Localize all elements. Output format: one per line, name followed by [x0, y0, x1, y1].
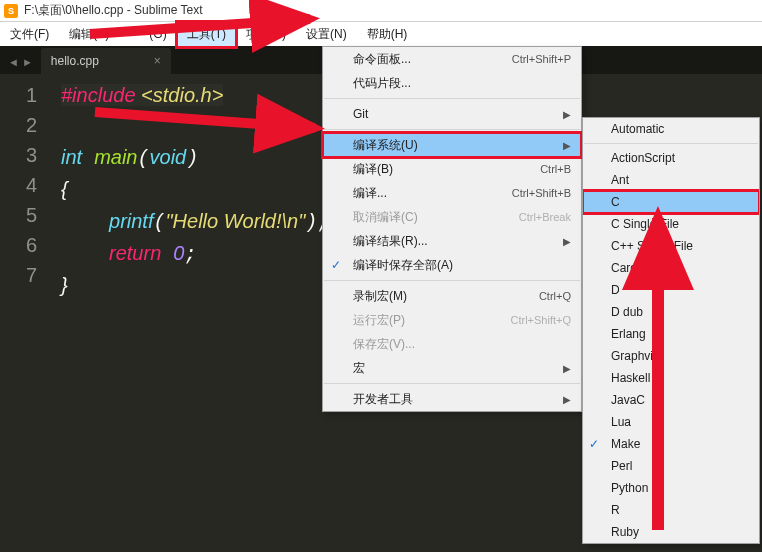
menu-item-label: 录制宏(M) — [353, 288, 407, 305]
app-logo-icon: S — [4, 4, 18, 18]
menu-item[interactable]: 代码片段... — [323, 71, 581, 95]
menu-item-label: 取消编译(C) — [353, 209, 418, 226]
menu-item[interactable]: 编译系统(U)▶ — [323, 133, 581, 157]
menu-item-label: 编译系统(U) — [353, 137, 418, 154]
submenu-item-label: Lua — [611, 415, 631, 429]
annotation-arrow-icon — [640, 210, 680, 544]
menu-item-label: Git — [353, 107, 368, 121]
tab-nav-arrows[interactable]: ◄ ► — [0, 56, 41, 74]
chevron-right-icon: ▶ — [563, 109, 571, 120]
line-number: 2 — [0, 110, 37, 140]
menu-item[interactable]: 文件(F) — [0, 22, 59, 47]
menu-item[interactable]: ✓编译时保存全部(A) — [323, 253, 581, 277]
menu-shortcut: Ctrl+B — [540, 163, 571, 175]
code-token: printf — [109, 210, 153, 232]
line-number: 6 — [0, 230, 37, 260]
code-token: } — [61, 274, 68, 296]
check-icon: ✓ — [589, 437, 599, 451]
menu-item[interactable]: Git▶ — [323, 102, 581, 126]
menu-item-label: 编译... — [353, 185, 387, 202]
code-token: return — [109, 242, 161, 264]
menu-item[interactable]: 命令面板...Ctrl+Shift+P — [323, 47, 581, 71]
svg-line-1 — [90, 19, 310, 34]
menu-item-label: 运行宏(P) — [353, 312, 405, 329]
chevron-right-icon: ▶ — [563, 394, 571, 405]
chevron-right-icon: ▶ — [563, 140, 571, 151]
menu-item[interactable]: 编译...Ctrl+Shift+B — [323, 181, 581, 205]
menu-item-label: 宏 — [353, 360, 365, 377]
menu-shortcut: Ctrl+Shift+P — [512, 53, 571, 65]
line-number: 1 — [0, 80, 37, 110]
menu-item[interactable]: 录制宏(M)Ctrl+Q — [323, 284, 581, 308]
submenu-item-label: Cargo — [611, 261, 644, 275]
line-number: 5 — [0, 200, 37, 230]
menu-shortcut: Ctrl+Break — [519, 211, 571, 223]
menu-shortcut: Ctrl+Q — [539, 290, 571, 302]
tools-dropdown-menu: 命令面板...Ctrl+Shift+P代码片段...Git▶编译系统(U)▶编译… — [322, 46, 582, 412]
menu-item-label: 编译时保存全部(A) — [353, 257, 453, 274]
menu-item: 取消编译(C)Ctrl+Break — [323, 205, 581, 229]
menu-item-label: 编译结果(R)... — [353, 233, 428, 250]
line-gutter: 1234567 — [0, 74, 55, 552]
submenu-item-label: Ant — [611, 173, 629, 187]
menu-separator — [324, 280, 580, 281]
menu-item[interactable]: 开发者工具▶ — [323, 387, 581, 411]
line-number: 4 — [0, 170, 37, 200]
svg-line-3 — [95, 112, 315, 128]
menu-item-label: 代码片段... — [353, 75, 411, 92]
submenu-item-label: ActionScript — [611, 151, 675, 165]
line-number: 7 — [0, 260, 37, 290]
submenu-item-label: Ruby — [611, 525, 639, 539]
menu-item: 运行宏(P)Ctrl+Shift+Q — [323, 308, 581, 332]
submenu-item-label: Make — [611, 437, 640, 451]
submenu-item-label: D — [611, 283, 620, 297]
menu-separator — [324, 129, 580, 130]
code-token: "Hello World!\n" — [166, 210, 306, 232]
submenu-item-label: Automatic — [611, 122, 664, 136]
menu-item[interactable]: 编译结果(R)...▶ — [323, 229, 581, 253]
submenu-item[interactable]: Automatic — [583, 118, 759, 140]
submenu-item-label: C — [611, 195, 620, 209]
menu-shortcut: Ctrl+Shift+Q — [510, 314, 571, 326]
menu-item-label: 编译(B) — [353, 161, 393, 178]
submenu-item-label: D dub — [611, 305, 643, 319]
menu-item: 保存宏(V)... — [323, 332, 581, 356]
menu-separator — [324, 98, 580, 99]
chevron-right-icon: ▶ — [563, 363, 571, 374]
menu-item-label: 保存宏(V)... — [353, 336, 415, 353]
code-token: int — [61, 146, 82, 168]
code-token: 0 — [173, 242, 184, 264]
menu-shortcut: Ctrl+Shift+B — [512, 187, 571, 199]
submenu-item-label: Perl — [611, 459, 632, 473]
check-icon: ✓ — [331, 258, 341, 272]
menu-item-label: 开发者工具 — [353, 391, 413, 408]
menu-item[interactable]: 编译(B)Ctrl+B — [323, 157, 581, 181]
code-token: { — [61, 178, 68, 200]
menu-item-label: 命令面板... — [353, 51, 411, 68]
menu-item[interactable]: 帮助(H) — [357, 22, 418, 47]
menu-separator — [584, 143, 758, 144]
annotation-arrow-icon — [95, 100, 325, 154]
submenu-item[interactable]: Ant — [583, 169, 759, 191]
submenu-item-label: R — [611, 503, 620, 517]
submenu-item[interactable]: ActionScript — [583, 147, 759, 169]
line-number: 3 — [0, 140, 37, 170]
menu-item[interactable]: 宏▶ — [323, 356, 581, 380]
annotation-arrow-icon — [90, 14, 320, 58]
menu-separator — [324, 383, 580, 384]
chevron-right-icon: ▶ — [563, 236, 571, 247]
